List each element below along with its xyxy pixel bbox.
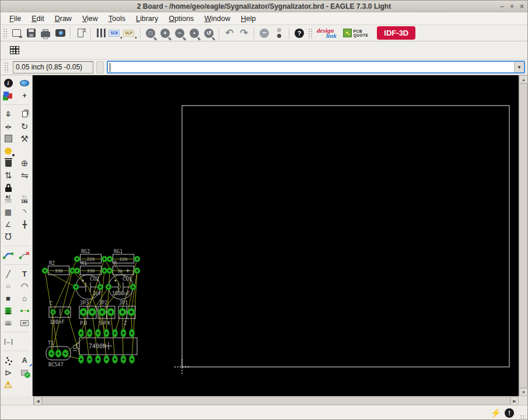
tool-value[interactable]: R2 10k (18, 194, 31, 205)
toolbar-drag-handle[interactable] (308, 28, 313, 38)
tool-pinswap[interactable]: ⇅ (2, 170, 15, 181)
tool-replace[interactable]: ⇋ (18, 170, 31, 181)
tool-smash[interactable]: ▦ (2, 206, 15, 218)
tool-group[interactable] (2, 133, 15, 144)
command-dropdown-button[interactable]: ▼ (514, 62, 524, 72)
tool-mirror[interactable]: ◂|▸ (2, 121, 15, 132)
ref-R: R (114, 260, 117, 266)
grid-button[interactable] (8, 43, 22, 57)
tool-mark[interactable]: + (18, 90, 31, 101)
tool-dimension[interactable]: ↔ (2, 336, 15, 347)
tool-rect[interactable]: ■ (2, 293, 15, 304)
tool-route[interactable] (2, 250, 15, 261)
menu-tools[interactable]: Tools (103, 13, 131, 24)
cam-processor-button[interactable] (53, 26, 67, 40)
tool-lock[interactable] (2, 182, 15, 193)
dimension-icon: ↔ (5, 339, 12, 345)
tool-paste[interactable] (2, 145, 15, 156)
tool-display[interactable] (2, 90, 15, 101)
zoom-in-button[interactable]: + (158, 26, 172, 40)
print-button[interactable] (39, 26, 53, 40)
tool-rotate[interactable]: ↻ (18, 121, 31, 132)
minimize-button[interactable]: – (500, 1, 504, 12)
menu-edit[interactable]: Edit (26, 13, 50, 24)
vertical-scrollbar[interactable]: ▲ ▼ (519, 75, 527, 396)
tool-attribute[interactable]: AT (18, 317, 31, 328)
run-script-button[interactable]: SCR▾ (109, 26, 123, 40)
traffic-light-button[interactable] (272, 26, 286, 40)
tool-via[interactable] (2, 305, 15, 316)
vertical-scrollbar-thumb[interactable] (519, 83, 527, 388)
scroll-right-arrow[interactable]: ▶ (510, 397, 519, 405)
tool-change[interactable]: ⚒ (18, 133, 31, 144)
tool-delete[interactable] (2, 158, 15, 169)
resize-grip[interactable] (520, 415, 526, 420)
maximize-button[interactable]: + (510, 1, 514, 12)
library-button[interactable] (94, 26, 108, 40)
redo-button[interactable]: ↷ (237, 26, 251, 40)
tool-ripup[interactable] (18, 250, 31, 261)
wire-icon: ╱ (6, 270, 10, 278)
tool-optimize[interactable]: ╋ (18, 219, 31, 230)
undo-button[interactable]: ↶ (222, 26, 236, 40)
tool-miter[interactable]: ◝ (18, 206, 31, 218)
tool-polygon[interactable]: ⌂ (18, 293, 31, 304)
menu-view[interactable]: View (77, 13, 103, 24)
tool-auto[interactable]: A (18, 355, 31, 366)
menu-window[interactable]: Window (199, 13, 235, 24)
scroll-up-arrow[interactable]: ▲ (519, 75, 528, 83)
pcb-quote-logo[interactable]: PCB QUOTE (340, 26, 372, 40)
tool-show[interactable] (18, 78, 31, 89)
command-input[interactable]: ▼ (107, 61, 525, 74)
zoom-redraw-button[interactable]: ↺ (202, 26, 216, 40)
tool-arc[interactable]: ◠ (18, 281, 31, 292)
toolbar-separator (140, 27, 141, 39)
help-button[interactable]: ? (292, 26, 306, 40)
tool-wire[interactable]: ╱ (2, 268, 15, 279)
horizontal-scrollbar-thumb[interactable] (42, 397, 510, 405)
toolbar-drag-handle[interactable] (3, 28, 8, 38)
tool-info[interactable]: i (2, 78, 15, 89)
coordbar-drag-handle[interactable] (4, 62, 9, 72)
tool-signal[interactable] (18, 305, 31, 316)
tool-hole[interactable] (2, 317, 15, 328)
tool-text[interactable]: T (18, 268, 31, 279)
horizontal-scrollbar[interactable]: ◀ ▶ (34, 396, 519, 405)
scroll-left-arrow[interactable]: ◀ (34, 397, 42, 405)
menu-library[interactable]: Library (131, 13, 163, 24)
zoom-select-button[interactable]: ▪ (187, 26, 201, 40)
tool-add[interactable]: ⊕ (18, 158, 31, 169)
board-canvas[interactable]: RG2 RG1 R2 R1 R 220 220 330 330 1k CG2 C… (33, 75, 519, 396)
stop-button[interactable]: − (257, 26, 271, 40)
open-board-schematic-button[interactable] (9, 26, 23, 40)
tool-circle[interactable]: ○ (2, 281, 15, 292)
design-link-logo[interactable]: design link (314, 26, 339, 40)
tool-copy[interactable] (18, 108, 31, 120)
sheet-button[interactable] (74, 26, 88, 40)
close-button[interactable]: × (520, 1, 524, 12)
idf-3d-button[interactable]: IDF-3D (377, 26, 415, 40)
tool-split[interactable]: ∠ (2, 219, 15, 230)
run-ulp-button[interactable]: ULP▾ (123, 26, 137, 40)
zoom-fit-button[interactable]: □ (144, 26, 158, 40)
tool-drc-check[interactable] (18, 367, 31, 378)
tool-meander[interactable]: ℧ (2, 231, 15, 242)
titlebar[interactable]: 2 Board - /home/geo/eagle/Sygnalizator/S… (1, 1, 527, 12)
zoom-out-button[interactable]: − (173, 26, 187, 40)
menu-draw[interactable]: Draw (50, 13, 77, 24)
scroll-down-arrow[interactable]: ▼ (519, 388, 528, 396)
tool-drc[interactable]: ⊳ (2, 367, 15, 378)
pcb-chip-icon (343, 29, 352, 37)
menu-options[interactable]: Options (163, 13, 199, 24)
alert-icon[interactable]: ! (505, 408, 514, 418)
ref-IC1: IC1 (72, 344, 78, 352)
tool-move[interactable] (2, 108, 15, 120)
tool-ratsnest[interactable] (2, 355, 15, 366)
rect-icon: ■ (6, 294, 11, 303)
menu-help[interactable]: Help (236, 13, 261, 24)
tool-name[interactable]: R2 10k (2, 194, 15, 205)
menu-file[interactable]: File (4, 13, 26, 24)
tool-errors[interactable]: ⚠ (2, 379, 15, 390)
undo-icon: ↶ (225, 28, 233, 38)
save-button[interactable] (24, 26, 38, 40)
